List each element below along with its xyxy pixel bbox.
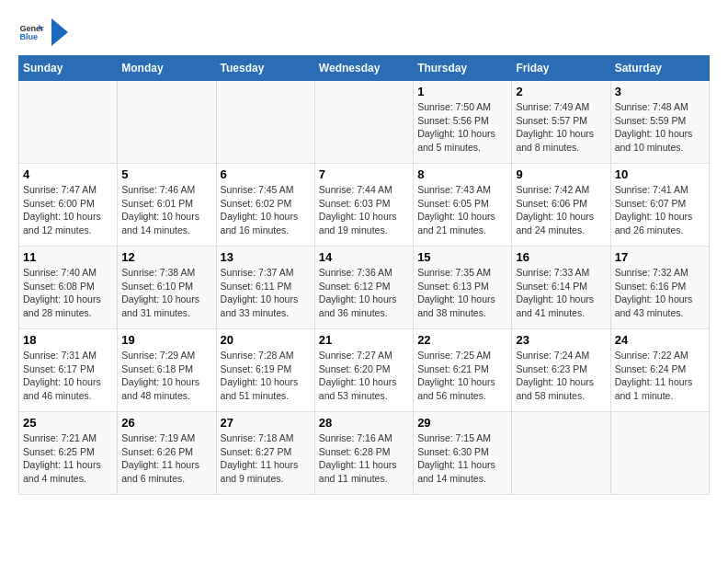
calendar-cell: 14Sunrise: 7:36 AMSunset: 6:12 PMDayligh… (314, 247, 413, 329)
calendar-cell (512, 412, 610, 495)
calendar-header: SundayMondayTuesdayWednesdayThursdayFrid… (19, 56, 710, 81)
calendar-cell: 25Sunrise: 7:21 AMSunset: 6:25 PMDayligh… (19, 412, 118, 495)
day-number: 16 (516, 250, 606, 264)
logo-arrow-icon (51, 18, 68, 46)
day-info: Sunrise: 7:21 AMSunset: 6:25 PMDaylight:… (23, 431, 113, 486)
calendar-cell (216, 81, 314, 164)
day-number: 7 (319, 167, 409, 181)
calendar-cell (314, 81, 413, 164)
day-info: Sunrise: 7:37 AMSunset: 6:11 PMDaylight:… (221, 266, 311, 320)
day-number: 2 (516, 85, 606, 98)
day-info: Sunrise: 7:16 AMSunset: 6:28 PMDaylight:… (319, 431, 409, 486)
calendar-cell: 23Sunrise: 7:24 AMSunset: 6:23 PMDayligh… (512, 329, 610, 412)
calendar-cell: 7Sunrise: 7:44 AMSunset: 6:03 PMDaylight… (314, 164, 413, 247)
calendar-cell: 9Sunrise: 7:42 AMSunset: 6:06 PMDaylight… (512, 164, 610, 247)
day-info: Sunrise: 7:15 AMSunset: 6:30 PMDaylight:… (417, 431, 507, 486)
calendar-cell: 21Sunrise: 7:27 AMSunset: 6:20 PMDayligh… (314, 329, 413, 412)
header-day-monday: Monday (118, 56, 216, 81)
day-info: Sunrise: 7:33 AMSunset: 6:14 PMDaylight:… (516, 266, 606, 320)
calendar-cell: 28Sunrise: 7:16 AMSunset: 6:28 PMDayligh… (314, 412, 413, 495)
calendar-cell: 1Sunrise: 7:50 AMSunset: 5:56 PMDaylight… (414, 81, 512, 164)
day-info: Sunrise: 7:19 AMSunset: 6:26 PMDaylight:… (121, 431, 211, 486)
day-number: 29 (417, 416, 507, 430)
calendar-cell: 24Sunrise: 7:22 AMSunset: 6:24 PMDayligh… (610, 329, 709, 412)
day-number: 20 (221, 333, 311, 347)
day-info: Sunrise: 7:42 AMSunset: 6:06 PMDaylight:… (516, 183, 606, 237)
day-info: Sunrise: 7:18 AMSunset: 6:27 PMDaylight:… (221, 431, 311, 486)
week-row-1: 1Sunrise: 7:50 AMSunset: 5:56 PMDaylight… (19, 81, 710, 164)
day-number: 4 (23, 167, 113, 181)
day-info: Sunrise: 7:24 AMSunset: 6:23 PMDaylight:… (516, 349, 606, 403)
header-day-friday: Friday (512, 56, 610, 81)
header-day-thursday: Thursday (414, 56, 512, 81)
week-row-4: 18Sunrise: 7:31 AMSunset: 6:17 PMDayligh… (19, 329, 710, 412)
day-number: 17 (615, 250, 705, 264)
calendar-cell: 26Sunrise: 7:19 AMSunset: 6:26 PMDayligh… (118, 412, 216, 495)
calendar-cell: 10Sunrise: 7:41 AMSunset: 6:07 PMDayligh… (610, 164, 709, 247)
day-info: Sunrise: 7:29 AMSunset: 6:18 PMDaylight:… (121, 349, 211, 403)
day-number: 27 (221, 416, 311, 430)
calendar-table: SundayMondayTuesdayWednesdayThursdayFrid… (18, 55, 710, 495)
week-row-5: 25Sunrise: 7:21 AMSunset: 6:25 PMDayligh… (19, 412, 710, 495)
week-row-2: 4Sunrise: 7:47 AMSunset: 6:00 PMDaylight… (19, 164, 710, 247)
day-info: Sunrise: 7:27 AMSunset: 6:20 PMDaylight:… (319, 349, 409, 403)
page-header: General Blue (18, 18, 710, 46)
calendar-cell: 17Sunrise: 7:32 AMSunset: 6:16 PMDayligh… (610, 247, 709, 329)
day-number: 9 (516, 167, 606, 181)
day-info: Sunrise: 7:50 AMSunset: 5:56 PMDaylight:… (417, 100, 507, 155)
day-number: 3 (615, 85, 705, 98)
calendar-cell: 6Sunrise: 7:45 AMSunset: 6:02 PMDaylight… (216, 164, 314, 247)
logo-icon: General Blue (18, 19, 44, 45)
calendar-cell: 18Sunrise: 7:31 AMSunset: 6:17 PMDayligh… (19, 329, 118, 412)
logo: General Blue (18, 18, 68, 46)
svg-marker-3 (51, 18, 68, 46)
day-number: 14 (319, 250, 409, 264)
day-number: 13 (221, 250, 311, 264)
day-number: 23 (516, 333, 606, 347)
day-info: Sunrise: 7:22 AMSunset: 6:24 PMDaylight:… (615, 349, 705, 403)
day-info: Sunrise: 7:48 AMSunset: 5:59 PMDaylight:… (615, 100, 705, 155)
calendar-cell: 8Sunrise: 7:43 AMSunset: 6:05 PMDaylight… (414, 164, 512, 247)
day-number: 24 (615, 333, 705, 347)
day-info: Sunrise: 7:47 AMSunset: 6:00 PMDaylight:… (23, 183, 113, 237)
header-day-tuesday: Tuesday (216, 56, 314, 81)
header-day-sunday: Sunday (19, 56, 118, 81)
calendar-cell: 27Sunrise: 7:18 AMSunset: 6:27 PMDayligh… (216, 412, 314, 495)
day-info: Sunrise: 7:43 AMSunset: 6:05 PMDaylight:… (417, 183, 507, 237)
day-info: Sunrise: 7:36 AMSunset: 6:12 PMDaylight:… (319, 266, 409, 320)
day-number: 28 (319, 416, 409, 430)
calendar-body: 1Sunrise: 7:50 AMSunset: 5:56 PMDaylight… (19, 81, 710, 495)
day-number: 11 (23, 250, 113, 264)
calendar-cell: 22Sunrise: 7:25 AMSunset: 6:21 PMDayligh… (414, 329, 512, 412)
day-info: Sunrise: 7:49 AMSunset: 5:57 PMDaylight:… (516, 100, 606, 155)
day-number: 6 (221, 167, 311, 181)
svg-text:Blue: Blue (19, 32, 38, 41)
day-info: Sunrise: 7:38 AMSunset: 6:10 PMDaylight:… (121, 266, 211, 320)
calendar-cell: 16Sunrise: 7:33 AMSunset: 6:14 PMDayligh… (512, 247, 610, 329)
day-info: Sunrise: 7:41 AMSunset: 6:07 PMDaylight:… (615, 183, 705, 237)
header-day-wednesday: Wednesday (314, 56, 413, 81)
calendar-cell (19, 81, 118, 164)
calendar-cell: 29Sunrise: 7:15 AMSunset: 6:30 PMDayligh… (414, 412, 512, 495)
day-info: Sunrise: 7:40 AMSunset: 6:08 PMDaylight:… (23, 266, 113, 320)
calendar-cell: 13Sunrise: 7:37 AMSunset: 6:11 PMDayligh… (216, 247, 314, 329)
calendar-cell: 15Sunrise: 7:35 AMSunset: 6:13 PMDayligh… (414, 247, 512, 329)
calendar-cell: 4Sunrise: 7:47 AMSunset: 6:00 PMDaylight… (19, 164, 118, 247)
day-info: Sunrise: 7:32 AMSunset: 6:16 PMDaylight:… (615, 266, 705, 320)
day-number: 19 (121, 333, 211, 347)
day-number: 26 (121, 416, 211, 430)
week-row-3: 11Sunrise: 7:40 AMSunset: 6:08 PMDayligh… (19, 247, 710, 329)
day-number: 1 (417, 85, 507, 98)
day-info: Sunrise: 7:46 AMSunset: 6:01 PMDaylight:… (121, 183, 211, 237)
calendar-cell: 19Sunrise: 7:29 AMSunset: 6:18 PMDayligh… (118, 329, 216, 412)
day-number: 25 (23, 416, 113, 430)
day-number: 8 (417, 167, 507, 181)
day-number: 5 (121, 167, 211, 181)
day-info: Sunrise: 7:35 AMSunset: 6:13 PMDaylight:… (417, 266, 507, 320)
calendar-cell: 20Sunrise: 7:28 AMSunset: 6:19 PMDayligh… (216, 329, 314, 412)
calendar-cell: 2Sunrise: 7:49 AMSunset: 5:57 PMDaylight… (512, 81, 610, 164)
day-info: Sunrise: 7:45 AMSunset: 6:02 PMDaylight:… (221, 183, 311, 237)
day-info: Sunrise: 7:25 AMSunset: 6:21 PMDaylight:… (417, 349, 507, 403)
calendar-cell: 3Sunrise: 7:48 AMSunset: 5:59 PMDaylight… (610, 81, 709, 164)
day-info: Sunrise: 7:28 AMSunset: 6:19 PMDaylight:… (221, 349, 311, 403)
